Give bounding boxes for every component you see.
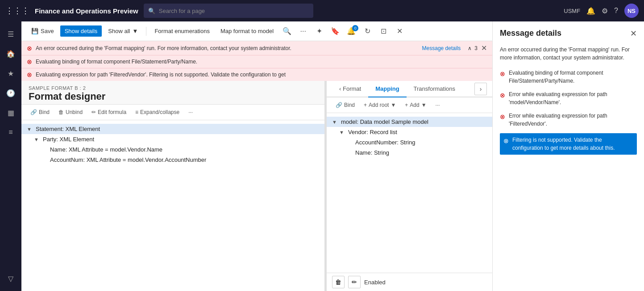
- sidebar-item-home-page[interactable]: 🏠: [2, 45, 20, 63]
- mapping-bind-button[interactable]: 🔗 Bind: [332, 100, 358, 110]
- msg-text-4: Filtering is not supported. Validate the…: [512, 136, 633, 152]
- mapping-tree: ▼ model: Data model Sample model ▼ Vendo…: [327, 113, 492, 273]
- show-details-button[interactable]: Show details: [60, 25, 102, 37]
- toolbar: 💾 Save Show details Show all ▼ Format en…: [21, 21, 492, 41]
- app-title: Finance and Operations Preview: [35, 7, 138, 15]
- edit-formula-button[interactable]: ✏ Edit formula: [88, 107, 130, 117]
- expand-collapse-button[interactable]: ≡ Expand/collapse: [132, 107, 183, 117]
- mapping-toolbar: 🔗 Bind + Add root ▼ + Add ▼: [327, 97, 492, 113]
- message-panel-close[interactable]: ✕: [630, 29, 637, 38]
- more-mapping-options[interactable]: ···: [432, 100, 444, 110]
- tree-toggle-vendor[interactable]: ▼: [339, 130, 346, 135]
- search-icon: 🔍: [148, 8, 155, 14]
- search-input[interactable]: [159, 8, 309, 14]
- error-close-1[interactable]: ✕: [481, 44, 487, 52]
- msg-error-icon-4: ⊗: [503, 136, 509, 146]
- grid-icon[interactable]: ⋮⋮⋮: [5, 6, 29, 16]
- msg-error-icon-2: ⊗: [500, 91, 505, 100]
- tree-label-accountnum: AccountNum: XML Attribute = model.Vendor…: [50, 156, 206, 163]
- bind-label: Bind: [39, 109, 50, 115]
- error-nav-up[interactable]: ∧: [468, 45, 472, 51]
- sidebar-item-home[interactable]: ☰: [2, 25, 20, 43]
- sidebar-item-recent[interactable]: 🕐: [2, 84, 20, 102]
- avatar[interactable]: NS: [624, 4, 639, 18]
- tree-toggle-model[interactable]: ▼: [332, 119, 339, 125]
- tab-next-btn[interactable]: ›: [474, 83, 487, 95]
- edit-button[interactable]: ✏: [348, 276, 361, 288]
- tree-label-party: Party: XML Element: [43, 136, 94, 143]
- panel-tabs: ‹ Format Mapping Transformations ›: [327, 81, 492, 97]
- bind-icon: 🔗: [30, 109, 37, 115]
- more-options-icon[interactable]: ···: [296, 24, 310, 38]
- toolbar-separator: [146, 27, 146, 36]
- format-enumerations-label: Format enumerations: [154, 28, 210, 34]
- unbind-button[interactable]: 🗑 Unbind: [55, 107, 86, 117]
- mapping-tree-item-vendor[interactable]: ▼ Vendor: Record list: [327, 127, 492, 137]
- sidebar-item-modules[interactable]: ≡: [2, 123, 20, 141]
- format-toolbar: 🔗 Bind 🗑 Unbind ✏ Edit formula ≡: [21, 105, 324, 120]
- bell-icon[interactable]: 🔔: [586, 7, 595, 15]
- add-root-button[interactable]: + Add root ▼: [360, 100, 399, 110]
- expand-collapse-label: Expand/collapse: [140, 109, 179, 115]
- sidebar-item-filter[interactable]: ▽: [2, 270, 20, 287]
- tree-toggle-statement[interactable]: ▼: [27, 127, 34, 132]
- tree-label-name: Name: XML Attribute = model.Vendor.Name: [50, 146, 162, 153]
- mapping-tree-item-model[interactable]: ▼ model: Data model Sample model: [327, 117, 492, 127]
- search-toolbar-icon[interactable]: 🔍: [280, 24, 294, 38]
- error-circle-icon-3: ⊗: [27, 71, 32, 78]
- tree-item-statement[interactable]: ▼ Statement: XML Element: [21, 124, 324, 134]
- tree-item-name[interactable]: ▶ Name: XML Attribute = model.Vendor.Nam…: [21, 144, 324, 155]
- settings-icon[interactable]: ⚙: [602, 7, 608, 15]
- edit-formula-label: Edit formula: [98, 109, 126, 115]
- message-item-2: ⊗ Error while evaluating expression for …: [500, 90, 637, 106]
- error-banner-1: ⊗ An error occurred during the 'Format m…: [21, 41, 492, 55]
- delete-button[interactable]: 🗑: [332, 276, 345, 288]
- tree-item-accountnum[interactable]: ▶ AccountNum: XML Attribute = model.Vend…: [21, 155, 324, 165]
- help-icon[interactable]: ?: [614, 7, 618, 15]
- tab-mapping[interactable]: Mapping: [368, 81, 406, 97]
- save-label: Save: [41, 28, 54, 34]
- map-format-label: Map format to model: [220, 28, 274, 34]
- tree-item-party[interactable]: ▼ Party: XML Element: [21, 134, 324, 144]
- bind-button[interactable]: 🔗 Bind: [27, 107, 53, 117]
- mapping-tree-item-namestring[interactable]: ▶ Name: String: [327, 148, 492, 158]
- bookmark-icon[interactable]: 🔖: [328, 24, 342, 38]
- msg-text-3: Error while evaluating expression for pa…: [509, 112, 637, 128]
- add-button[interactable]: + Add ▼: [401, 100, 430, 110]
- badge-icon[interactable]: 🔔0: [344, 24, 358, 38]
- more-fmt-options[interactable]: ···: [185, 107, 196, 117]
- msg-error-icon-3: ⊗: [500, 112, 505, 122]
- cross-reference-icon[interactable]: ✦: [312, 24, 326, 38]
- error-text-1: An error occurred during the 'Format map…: [36, 45, 419, 51]
- tab-format-label: Format: [343, 85, 361, 92]
- unbind-label: Unbind: [66, 109, 83, 115]
- bottom-bar: 🗑 ✏ Enabled: [327, 273, 492, 291]
- tree-label-accountnumber: AccountNumber: String: [355, 139, 415, 146]
- message-details-link[interactable]: Message details: [422, 45, 461, 51]
- panel-header: SAMPLE FORMAT B : 2 Format designer: [21, 81, 324, 105]
- message-description: An error occurred during the 'Format map…: [500, 46, 637, 62]
- error-text-2: Evaluating binding of format component F…: [36, 59, 487, 65]
- map-format-button[interactable]: Map format to model: [216, 25, 278, 37]
- msg-text-2: Error while evaluating expression for pa…: [509, 90, 637, 106]
- format-enumerations-button[interactable]: Format enumerations: [150, 25, 214, 37]
- mapping-tree-item-accountnumber[interactable]: ▶ AccountNumber: String: [327, 137, 492, 148]
- content-area: 💾 Save Show details Show all ▼ Format en…: [21, 21, 492, 291]
- message-details-panel: Message details ✕ An error occurred duri…: [492, 21, 644, 291]
- refresh-icon[interactable]: ↻: [360, 24, 374, 38]
- format-tree: ▼ Statement: XML Element ▼ Party: XML El…: [21, 120, 324, 291]
- close-toolbar-icon[interactable]: ✕: [392, 24, 407, 38]
- tab-format[interactable]: ‹ Format: [332, 81, 368, 97]
- sidebar-item-favorites[interactable]: ★: [2, 64, 20, 82]
- mapping-panel: ‹ Format Mapping Transformations ›: [327, 81, 492, 291]
- add-root-chevron: ▼: [391, 102, 396, 108]
- save-button[interactable]: 💾 Save: [27, 25, 58, 37]
- tab-transformations-label: Transformations: [414, 85, 455, 92]
- open-new-icon[interactable]: ⊡: [376, 24, 391, 38]
- tab-transformations[interactable]: Transformations: [407, 81, 462, 97]
- error-circle-icon-1: ⊗: [27, 45, 32, 52]
- show-all-button[interactable]: Show all ▼: [104, 25, 142, 37]
- error-text-3: Evaluating expression for path 'Filtered…: [36, 72, 487, 78]
- tree-toggle-party[interactable]: ▼: [34, 137, 41, 142]
- sidebar-item-workspaces[interactable]: ▦: [2, 104, 20, 122]
